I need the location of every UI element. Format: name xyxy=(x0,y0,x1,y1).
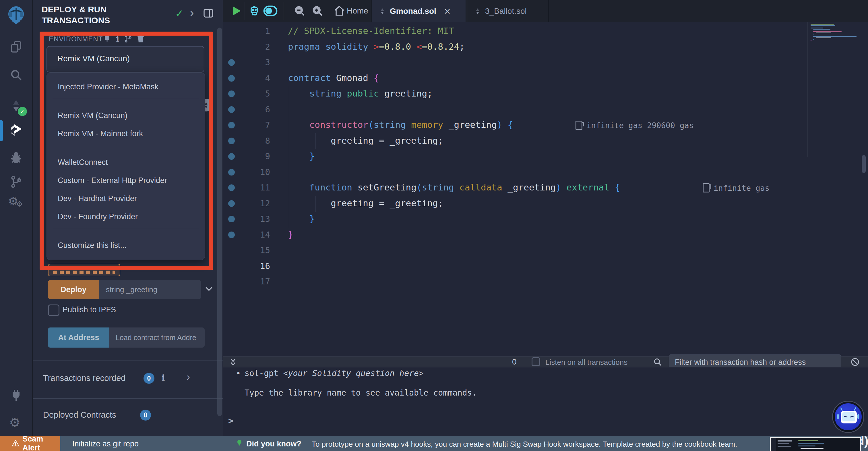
panel-scrollbar[interactable] xyxy=(217,28,222,416)
code-line[interactable]: 13 } xyxy=(223,211,868,227)
code-line[interactable]: 9 } xyxy=(223,148,868,164)
init-git-repo-label[interactable]: Initialize as git repo xyxy=(72,440,138,448)
gutter-dot-icon[interactable] xyxy=(228,200,235,207)
clear-console-ban-icon[interactable] xyxy=(850,357,860,367)
transactions-info-icon[interactable]: i xyxy=(162,373,165,383)
code-line[interactable]: 14} xyxy=(223,227,868,243)
activity-bar: ✓ ⚙ ⚙ ⚙ xyxy=(0,0,33,451)
minimap-line xyxy=(816,37,832,38)
publish-ipfs-checkbox[interactable] xyxy=(48,305,59,316)
code-line[interactable]: 2pragma solidity >=0.8.0 <=0.8.24; xyxy=(223,39,868,55)
plugin-manager-icon[interactable] xyxy=(9,389,23,402)
settings-gear-icon[interactable]: ⚙ xyxy=(9,415,20,430)
scam-alert-button[interactable]: Scam Alert xyxy=(0,436,60,451)
picture-in-picture-preview[interactable] xyxy=(770,437,861,451)
collapse-terminal-icon[interactable] xyxy=(228,358,238,367)
code-line[interactable]: 10 xyxy=(223,164,868,180)
remix-ai-assistant-avatar[interactable] xyxy=(833,402,863,432)
gutter-dot-icon[interactable] xyxy=(228,90,235,97)
git-icon[interactable] xyxy=(9,175,23,189)
gutter-dot-icon[interactable] xyxy=(228,169,235,175)
minimap-line xyxy=(813,31,842,32)
divider xyxy=(284,2,284,20)
remix-ai-robot-icon[interactable] xyxy=(248,4,260,18)
terminal-prompt[interactable]: > xyxy=(228,416,234,426)
panel-title: DEPLOY & RUN TRANSACTIONS xyxy=(42,4,139,26)
constructor-arg-input[interactable] xyxy=(99,280,201,299)
bullet: • xyxy=(236,369,241,378)
code-line[interactable]: 15 xyxy=(223,243,868,258)
line-number: 7 xyxy=(240,120,270,130)
gutter-dot-icon[interactable] xyxy=(228,106,235,113)
minimap-line xyxy=(811,28,823,28)
split-panel-icon[interactable] xyxy=(203,7,214,19)
editor-scrollbar[interactable] xyxy=(862,155,866,173)
code-line[interactable]: 17 xyxy=(223,274,868,289)
deployed-count-badge: 0 xyxy=(140,410,151,421)
minimap-line xyxy=(813,34,814,34)
code-line[interactable]: 7 constructor(string memory _greeting) {… xyxy=(223,117,868,133)
code-line[interactable]: 1// SPDX-License-Identifier: MIT xyxy=(223,23,868,39)
line-number: 15 xyxy=(240,245,270,255)
zoom-out-icon[interactable] xyxy=(293,5,306,17)
clipped-chip-text-fragment xyxy=(53,271,115,274)
tab-label: 3_Ballot.sol xyxy=(485,7,527,16)
search-icon[interactable] xyxy=(9,68,23,82)
code-text: } xyxy=(288,151,315,161)
code-line[interactable]: 4contract Gmonad { xyxy=(223,71,868,86)
listen-transactions-checkbox[interactable] xyxy=(532,357,540,366)
code-line[interactable]: 12 greeting = _greeting; xyxy=(223,196,868,212)
at-address-button[interactable]: At Address xyxy=(48,328,110,347)
code-line[interactable]: 5 string public greeting; xyxy=(223,86,868,102)
terminal-toolbar: 0 Listen on all transactions xyxy=(223,356,868,367)
home-tab-label[interactable]: Home xyxy=(347,6,368,16)
line-number: 13 xyxy=(240,214,270,224)
tab-ballot[interactable]: 3_Ballot.sol xyxy=(467,0,549,22)
deploy-run-icon[interactable] xyxy=(9,123,23,137)
at-address-input[interactable] xyxy=(110,328,205,347)
line-number: 4 xyxy=(240,73,270,83)
transactions-expand-chevron[interactable]: › xyxy=(187,371,190,383)
code-line[interactable]: 8 greeting = _greeting; xyxy=(223,133,868,149)
code-text: constructor(string memory _greeting) { xyxy=(288,119,513,130)
debugger-icon[interactable] xyxy=(9,150,23,164)
run-script-play-icon[interactable] xyxy=(230,5,243,17)
gutter-dot-icon[interactable] xyxy=(228,185,235,191)
gutter-dot-icon[interactable] xyxy=(228,153,235,160)
gas-pump-icon xyxy=(703,183,710,193)
minimap[interactable] xyxy=(807,22,860,157)
code-line[interactable]: 11 function setGreeting(string calldata … xyxy=(223,180,868,196)
transactions-count-badge: 0 xyxy=(144,373,154,384)
gutter-dot-icon[interactable] xyxy=(228,216,235,222)
home-icon[interactable] xyxy=(333,5,346,17)
code-text: string public greeting; xyxy=(288,88,433,98)
divider xyxy=(33,360,223,361)
gutter-dot-icon[interactable] xyxy=(228,231,235,238)
file-explorer-icon[interactable] xyxy=(9,40,23,54)
close-tab-icon[interactable]: × xyxy=(444,6,451,16)
gutter-dot-icon[interactable] xyxy=(228,138,235,144)
code-line[interactable]: 3 xyxy=(223,55,868,71)
code-line[interactable]: 16 xyxy=(223,258,868,274)
terminal-output[interactable]: • sol-gpt <your Solidity question here> … xyxy=(223,367,868,436)
solidity-unit-testing-icon[interactable]: ⚙ ⚙ xyxy=(8,196,24,211)
gutter-dot-icon[interactable] xyxy=(228,59,235,66)
gutter-dot-icon[interactable] xyxy=(228,122,235,129)
panel-chevron-icon[interactable]: › xyxy=(190,6,194,19)
transaction-count: 0 xyxy=(512,357,517,367)
zoom-in-icon[interactable] xyxy=(311,5,324,17)
ai-copilot-toggle-icon[interactable] xyxy=(263,5,278,17)
listen-transactions-label: Listen on all transactions xyxy=(546,358,627,367)
editor-tab-bar: Home Gmonad.sol × 3_Ballot.sol xyxy=(223,0,868,23)
tab-gmonad[interactable]: Gmonad.sol × xyxy=(371,0,466,22)
terminal-search-icon[interactable] xyxy=(653,357,662,367)
code-line[interactable]: 6 xyxy=(223,102,868,117)
deployed-contracts-label: Deployed Contracts xyxy=(43,410,116,420)
code-editor[interactable]: 1// SPDX-License-Identifier: MIT2pragma … xyxy=(223,22,868,356)
gutter-dot-icon[interactable] xyxy=(228,75,235,82)
divider xyxy=(33,398,223,399)
expand-args-chevron-icon[interactable] xyxy=(204,284,214,294)
deploy-button[interactable]: Deploy xyxy=(48,280,99,299)
remix-logo-icon[interactable] xyxy=(6,5,26,25)
line-number: 3 xyxy=(240,57,270,67)
